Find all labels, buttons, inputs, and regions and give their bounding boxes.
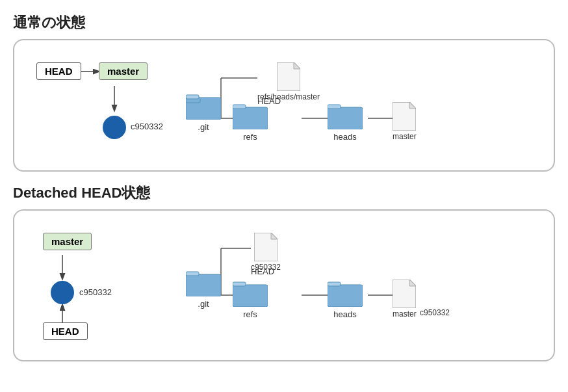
svg-rect-12 (233, 107, 268, 129)
svg-rect-13 (233, 105, 246, 109)
section2-diagram: master c950332 HEAD (13, 209, 555, 361)
section2-heads-label: heads (333, 309, 356, 319)
section2-file2-label: c950332 (420, 308, 450, 317)
section2-master-file-label: master (393, 309, 417, 319)
section1-commit-label: c950332 (131, 122, 163, 131)
section2-title-wrapper: Detached HEAD状態 (13, 183, 555, 203)
section1-head-node: HEAD (36, 62, 81, 80)
section2-refs-folder: refs (233, 280, 268, 319)
svg-rect-31 (328, 285, 363, 307)
section1-heads-folder: heads (328, 102, 363, 142)
section2-git-folder-icon (186, 269, 221, 296)
svg-rect-30 (233, 282, 246, 286)
section1-commit-circle (103, 116, 126, 139)
svg-rect-32 (328, 282, 341, 286)
section2-graph: master c950332 HEAD (30, 224, 160, 347)
section2-git-label: .git (198, 299, 209, 309)
section1-file1: refs/heads/master (257, 62, 320, 101)
section1-diagram: HEAD master c950332 (13, 39, 555, 172)
svg-rect-9 (186, 95, 199, 99)
section2-master-file-icon (393, 280, 416, 308)
svg-rect-26 (186, 272, 199, 276)
section2-master-node: master (43, 233, 92, 250)
section1-git-folder: .git (186, 92, 221, 132)
section1-refs-folder: refs (233, 102, 268, 142)
section2-refs-folder-icon (233, 280, 268, 307)
section2-commit-label: c950332 (79, 287, 112, 297)
section1-heads-label: heads (333, 132, 356, 142)
section1-master-file: master (393, 102, 417, 141)
section1-file1-icon (277, 62, 300, 91)
section1-master-node: master (99, 62, 148, 80)
svg-marker-28 (271, 233, 278, 239)
section2-title: Detached HEAD状態 (13, 183, 555, 203)
section2-heads-folder: heads (328, 280, 363, 319)
section1-heads-folder-icon (328, 102, 363, 129)
section2-heads-folder-icon (328, 280, 363, 307)
section2-folders: .git c950332 HEAD refs (186, 224, 538, 347)
section1-master-file-label: master (393, 132, 417, 141)
section2-master-file: master (393, 280, 417, 319)
svg-marker-17 (409, 102, 416, 109)
section2-file1: c950332 (251, 233, 281, 272)
section1-master-file-icon (393, 102, 416, 131)
section1-folders: .git refs/heads/master HEAD refs (186, 53, 538, 157)
section1-graph: HEAD master c950332 (30, 53, 160, 157)
section2-git-folder: .git (186, 269, 221, 309)
section2-inner: master c950332 HEAD (30, 224, 538, 347)
svg-rect-29 (233, 285, 268, 307)
section1-git-folder-icon (186, 92, 221, 120)
section1-title-wrapper: 通常の状態 (13, 13, 555, 33)
section2-refs-label: refs (243, 309, 257, 319)
section2-head-file-label: HEAD (251, 267, 274, 276)
section2-head-node: HEAD (43, 322, 88, 340)
section2-file1-icon (254, 233, 278, 261)
section2-commit-circle (51, 281, 74, 304)
svg-marker-34 (409, 280, 416, 286)
section1-refs-label: refs (243, 132, 257, 142)
svg-marker-11 (294, 62, 300, 69)
section1-refs-folder-icon (233, 102, 268, 129)
svg-rect-15 (328, 105, 341, 109)
svg-rect-25 (186, 274, 221, 296)
svg-rect-14 (328, 107, 363, 129)
section1-inner: HEAD master c950332 (30, 53, 538, 157)
section1-git-label: .git (198, 122, 209, 132)
section1-title: 通常の状態 (13, 13, 555, 33)
